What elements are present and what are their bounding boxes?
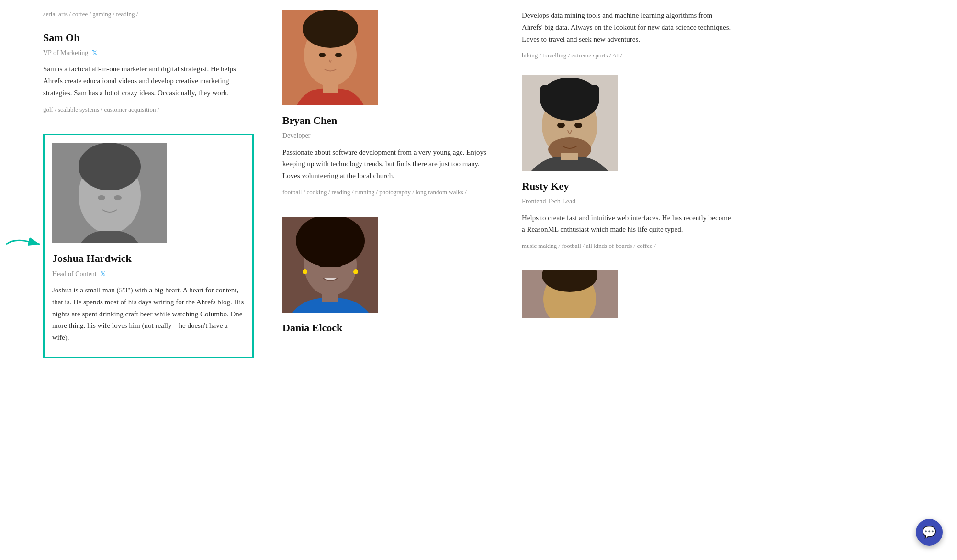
joshua-bio: Joshua is a small man (5'3") with a big …	[52, 284, 245, 344]
middle-column: Bryan Chen Developer Passionate about so…	[268, 0, 507, 560]
rusty-interests: music making / football / all kinds of b…	[522, 241, 732, 251]
svg-point-5	[98, 195, 105, 200]
top-interests: hiking / travelling / extreme sports / A…	[522, 51, 732, 61]
arrow-annotation	[1, 232, 45, 260]
dania-name: Dania Elcock	[282, 319, 493, 336]
svg-point-27	[557, 123, 565, 128]
svg-point-15	[296, 217, 365, 267]
sam-name: Sam Oh	[43, 29, 254, 46]
svg-point-10	[319, 53, 326, 57]
joshua-photo	[52, 143, 167, 243]
joshua-hardwick-card: Joshua Hardwick Head of Content 𝕏 Joshua…	[43, 134, 254, 358]
svg-point-4	[79, 143, 141, 190]
chat-icon: 💬	[922, 523, 936, 541]
svg-point-17	[335, 262, 342, 267]
rusty-key-card: Rusty Key Frontend Tech Lead Helps to cr…	[522, 75, 732, 251]
svg-rect-26	[540, 85, 599, 99]
bottom-right-photo-partial	[522, 270, 618, 318]
rusty-name: Rusty Key	[522, 178, 732, 194]
svg-rect-20	[322, 292, 338, 302]
right-column: Develops data mining tools and machine l…	[507, 0, 747, 560]
bryan-bio: Passionate about software development fr…	[282, 146, 493, 182]
svg-rect-12	[323, 84, 338, 93]
left-column: aerial arts / coffee / gaming / reading …	[29, 0, 268, 560]
svg-point-19	[353, 269, 358, 274]
sam-twitter-icon[interactable]: 𝕏	[92, 48, 97, 58]
rusty-title: Frontend Tech Lead	[522, 196, 732, 207]
svg-point-6	[114, 195, 122, 200]
arrow-svg	[1, 232, 45, 256]
svg-rect-29	[561, 153, 578, 160]
partial-interests-top: aerial arts / coffee / gaming / reading …	[43, 10, 254, 20]
bryan-interests: football / cooking / reading / running /…	[282, 188, 493, 198]
joshua-twitter-icon[interactable]: 𝕏	[101, 269, 106, 280]
sam-interests: golf / scalable systems / customer acqui…	[43, 105, 254, 115]
dania-elcock-card: Dania Elcock	[282, 217, 493, 336]
rusty-bio: Helps to create fast and intuitive web i…	[522, 212, 732, 236]
svg-point-28	[574, 123, 582, 128]
joshua-title: Head of Content 𝕏	[52, 269, 245, 280]
bryan-title: Developer	[282, 131, 493, 141]
top-bio: Develops data mining tools and machine l…	[522, 10, 732, 45]
chat-button[interactable]: 💬	[916, 519, 943, 546]
bryan-name: Bryan Chen	[282, 112, 493, 129]
sam-bio: Sam is a tactical all-in-one marketer an…	[43, 63, 254, 99]
rusty-photo	[522, 75, 618, 171]
svg-point-18	[303, 269, 307, 274]
dania-photo	[282, 217, 378, 313]
sam-title: VP of Marketing 𝕏	[43, 48, 254, 58]
bryan-chen-card: Bryan Chen Developer Passionate about so…	[282, 10, 493, 198]
svg-point-9	[303, 10, 358, 48]
joshua-name: Joshua Hardwick	[52, 250, 245, 267]
svg-point-16	[319, 262, 326, 267]
svg-point-11	[335, 53, 342, 57]
sam-oh-card: Sam Oh VP of Marketing 𝕏 Sam is a tactic…	[43, 29, 254, 115]
bryan-photo	[282, 10, 378, 105]
